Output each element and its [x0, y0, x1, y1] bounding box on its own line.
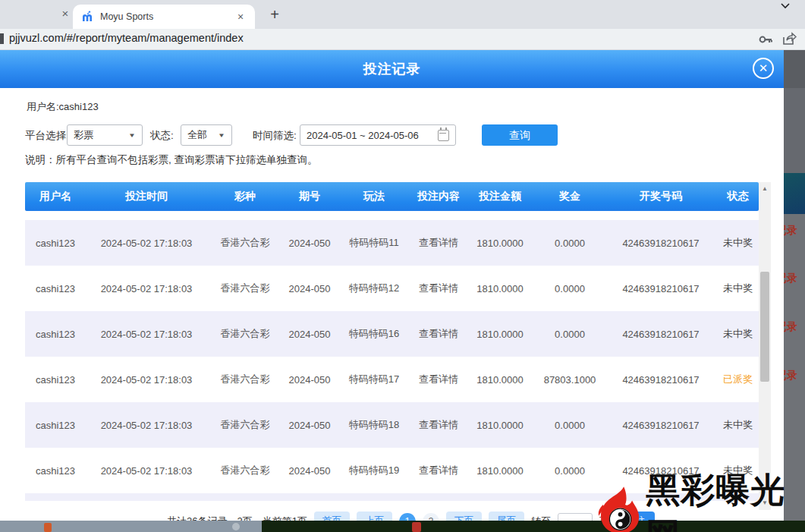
- modal-close-button[interactable]: ✕: [753, 58, 774, 79]
- cell-play-type: 特码特码18: [336, 402, 412, 448]
- cell-bet-amount: 1810.0000: [465, 357, 535, 402]
- cell-lottery-type: 香港六合彩: [207, 448, 283, 493]
- background-logo-fragment: [44, 523, 52, 532]
- cell-bet-amount: 1810.0000: [465, 448, 535, 493]
- cell-bet-amount: 1810.0000: [465, 266, 535, 311]
- column-header-bet-time: 投注时间: [86, 182, 207, 211]
- filter-row: 平台选择: 彩票 ▼ 状态: 全部 ▼ 时间筛选: 2024-05-01 ~ 2…: [25, 124, 753, 146]
- chevron-down-icon[interactable]: [777, 0, 794, 12]
- cell-prize: 0.0000: [535, 402, 605, 448]
- cell-username: cashi123: [25, 311, 86, 357]
- cell-bet-content[interactable]: 查看详情: [412, 448, 465, 493]
- share-icon[interactable]: [781, 31, 797, 46]
- background-blue-block: [784, 173, 805, 214]
- pagination: 共计26条记录，2页，当前第1页 首页 上页 1 2 下页 尾页 转至 页 前往: [167, 512, 655, 521]
- page-2-button[interactable]: 2: [423, 513, 439, 521]
- cell-bet-amount: 1810.0000: [465, 402, 535, 448]
- cell-status: 未中奖: [717, 266, 759, 311]
- cell-bet-content[interactable]: 查看详情: [412, 357, 465, 402]
- chevron-down-icon: ▼: [218, 132, 225, 139]
- screen: × Moyu Sports × + pjjvuzl.com/#/report/m…: [0, 0, 805, 532]
- cell-issue-number: 2024-050: [283, 357, 336, 402]
- previous-tab-close-icon[interactable]: ×: [58, 6, 73, 21]
- cell-username: cashi123: [25, 266, 86, 311]
- table-scrollbar[interactable]: ▲ ▼: [759, 182, 771, 510]
- username-label: 用户名:cashi123: [27, 100, 99, 114]
- cell-username: cashi123: [25, 448, 86, 493]
- next-page-button[interactable]: 下页: [446, 512, 482, 521]
- cell-bet-time: 2024-05-02 17:18:03: [86, 402, 207, 448]
- cell-status: 未中奖: [717, 220, 759, 266]
- column-header-draw-number: 开奖号码: [605, 182, 717, 211]
- modal-header: 投注记录 ✕: [0, 50, 784, 88]
- goto-page-input[interactable]: [558, 513, 593, 521]
- query-note: 说明：所有平台查询不包括彩票, 查询彩票请下拉筛选单独查询。: [25, 153, 318, 167]
- cell-issue-number: 2024-050: [283, 220, 336, 266]
- bet-records-modal: 投注记录 ✕ 用户名:cashi123 平台选择: 彩票 ▼ 状态: 全部 ▼ …: [0, 50, 784, 521]
- column-header-bet-amount: 投注金额: [465, 182, 535, 211]
- scrollbar-up-arrow-icon[interactable]: ▲: [759, 184, 771, 194]
- flame-eye-logo-icon: [593, 483, 646, 532]
- platform-select-label: 平台选择:: [25, 129, 69, 143]
- cell-bet-content[interactable]: 查看详情: [412, 220, 465, 266]
- table-row: cashi1232024-05-02 17:18:03香港六合彩2024-050…: [25, 266, 759, 311]
- cell-prize: 87803.1000: [535, 357, 605, 402]
- background-dot: [232, 523, 240, 530]
- cell-username: cashi123: [25, 220, 86, 266]
- new-tab-button[interactable]: +: [266, 6, 284, 24]
- cell-prize: 0.0000: [535, 266, 605, 311]
- bet-table-body: cashi1232024-05-02 17:18:03香港六合彩2024-050…: [25, 220, 759, 493]
- background-record-link-fragment: 记录: [784, 272, 805, 285]
- background-record-link-fragment: 记录: [784, 320, 805, 334]
- cell-bet-content[interactable]: 查看详情: [412, 402, 465, 448]
- cell-prize: 0.0000: [535, 220, 605, 266]
- pagination-summary: 共计26条记录，2页，当前第1页: [167, 515, 307, 521]
- table-top-gap: [25, 211, 759, 220]
- platform-select-value: 彩票: [74, 128, 93, 142]
- first-page-button[interactable]: 首页: [314, 512, 350, 521]
- background-red-fragment: [412, 522, 421, 532]
- cell-bet-time: 2024-05-02 17:18:03: [86, 311, 207, 357]
- query-button[interactable]: 查询: [482, 124, 558, 146]
- cell-play-type: 特码特码16: [336, 311, 412, 357]
- column-header-lottery-type: 彩种: [207, 182, 283, 211]
- status-select[interactable]: 全部 ▼: [181, 124, 232, 146]
- table-row: cashi1232024-05-02 17:18:03香港六合彩2024-050…: [25, 357, 759, 402]
- cell-play-type: 特码特码19: [336, 448, 412, 493]
- scrollbar-thumb[interactable]: [760, 272, 769, 382]
- time-filter-label: 时间筛选:: [253, 129, 297, 143]
- platform-select[interactable]: 彩票 ▼: [67, 124, 143, 146]
- cell-issue-number: 2024-050: [283, 311, 336, 357]
- prev-page-button[interactable]: 上页: [357, 512, 392, 521]
- cell-issue-number: 2024-050: [283, 448, 336, 493]
- calendar-icon: [438, 130, 449, 141]
- address-url[interactable]: pjjvuzl.com/#/report/myteam/management/i…: [9, 32, 244, 44]
- status-select-value: 全部: [187, 128, 207, 142]
- tab-title: Moyu Sports: [100, 11, 234, 22]
- cell-draw-number: 42463918210617: [605, 220, 717, 266]
- cell-bet-time: 2024-05-02 17:18:03: [86, 220, 207, 266]
- cell-lottery-type: 香港六合彩: [207, 220, 283, 266]
- cell-bet-content[interactable]: 查看详情: [412, 311, 465, 357]
- cell-lottery-type: 香港六合彩: [207, 266, 283, 311]
- cell-status: 未中奖: [717, 402, 759, 448]
- last-page-button[interactable]: 尾页: [489, 512, 524, 521]
- cell-draw-number: 42463918210617: [605, 311, 717, 357]
- column-header-play-type: 玩法: [336, 182, 412, 211]
- cell-bet-content[interactable]: 查看详情: [412, 266, 465, 311]
- date-range-input[interactable]: 2024-05-01 ~ 2024-05-06: [300, 124, 456, 146]
- password-key-icon[interactable]: [758, 33, 773, 46]
- date-range-value: 2024-05-01 ~ 2024-05-06: [307, 130, 419, 141]
- status-select-label: 状态:: [150, 129, 174, 143]
- background-record-link-fragment: 记录: [784, 224, 805, 238]
- background-band: [784, 88, 805, 173]
- bet-table: 用户名投注时间彩种期号玩法投注内容投注金额奖金开奖号码状态 cashi12320…: [25, 182, 759, 510]
- browser-tab-active[interactable]: Moyu Sports ×: [73, 5, 255, 29]
- tab-close-icon[interactable]: ×: [234, 10, 247, 24]
- cell-lottery-type: 香港六合彩: [207, 357, 283, 402]
- column-header-prize: 奖金: [535, 182, 605, 211]
- cell-lottery-type: 香港六合彩: [207, 311, 283, 357]
- browser-tabstrip: × Moyu Sports × +: [0, 0, 805, 29]
- cell-issue-number: 2024-050: [283, 402, 336, 448]
- page-1-button[interactable]: 1: [399, 513, 416, 521]
